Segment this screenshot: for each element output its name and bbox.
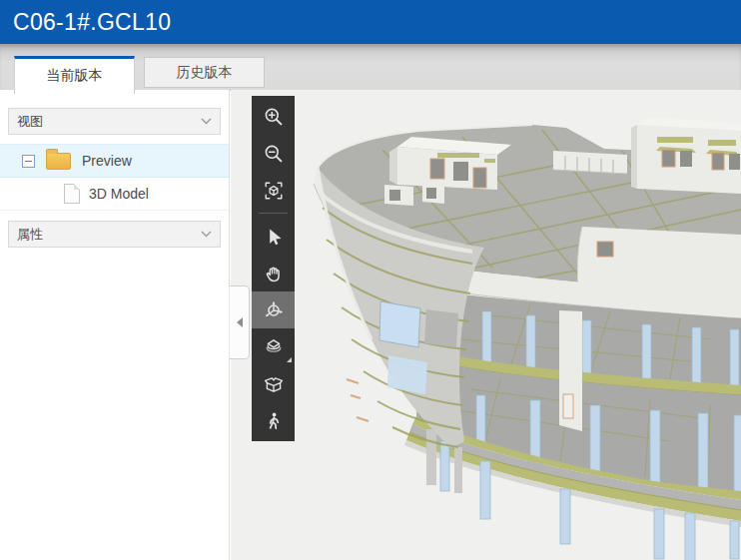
tab-bar: 当前版本 历史版本 [0, 44, 741, 91]
tree-item-3d-model[interactable]: 3D Model [0, 178, 229, 211]
tree-item-label: Preview [82, 153, 132, 169]
select-arrow-icon [263, 226, 285, 248]
titlebar: C06-1#.GCL10 [0, 0, 741, 44]
collapse-expander-icon[interactable] [22, 155, 35, 168]
tree-item-label: 3D Model [89, 186, 149, 202]
zoom-fit-button[interactable] [252, 172, 295, 209]
zoom-in-button[interactable] [252, 98, 295, 135]
app-window: C06-1#.GCL10 当前版本 历史版本 视图 Preview 3D Mod… [0, 0, 741, 560]
tab-current-version[interactable]: 当前版本 [14, 56, 135, 94]
dropdown-corner-icon [287, 357, 292, 362]
chevron-down-icon [201, 118, 212, 125]
collapse-arrow-icon [237, 317, 243, 327]
panel-properties-header[interactable]: 属性 [8, 221, 221, 248]
pan-hand-icon [263, 263, 285, 284]
file-icon [64, 184, 80, 204]
tree-item-preview[interactable]: Preview [0, 144, 229, 178]
panel-properties-label: 属性 [17, 226, 43, 244]
zoom-out-icon [263, 143, 285, 165]
zoom-fit-icon [263, 180, 285, 202]
view-style-button[interactable] [252, 328, 295, 365]
zoom-out-button[interactable] [252, 135, 295, 172]
viewer-3d[interactable] [231, 90, 741, 560]
sidebar-collapse-handle[interactable] [229, 285, 250, 359]
walk-person-icon [263, 410, 285, 432]
model-tree: Preview 3D Model [0, 144, 229, 211]
toolbar-separator [259, 213, 288, 214]
section-box-icon [263, 373, 285, 395]
pan-button[interactable] [252, 255, 295, 291]
sidebar: 视图 Preview 3D Model 属性 [0, 90, 230, 560]
panel-view-header[interactable]: 视图 [8, 108, 221, 135]
zoom-in-icon [263, 106, 285, 128]
view-style-icon [263, 336, 285, 358]
select-button[interactable] [252, 218, 295, 255]
orbit-button[interactable] [252, 291, 295, 328]
chevron-down-icon [201, 231, 212, 238]
orbit-icon [263, 299, 285, 321]
section-box-button[interactable] [252, 365, 295, 402]
viewer-toolbar [252, 96, 295, 441]
building-model [231, 90, 741, 560]
walkthrough-button[interactable] [252, 402, 295, 439]
page-title: C06-1#.GCL10 [13, 9, 171, 36]
panel-view-label: 视图 [17, 113, 43, 131]
tab-history-version[interactable]: 历史版本 [144, 57, 265, 88]
folder-icon [46, 153, 71, 170]
